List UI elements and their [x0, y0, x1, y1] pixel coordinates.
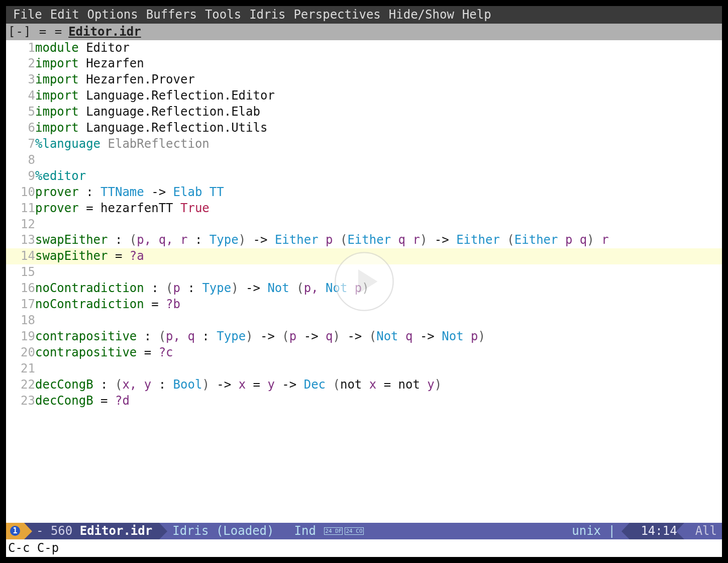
code-line[interactable]: 23decCongB = ?d: [6, 393, 722, 409]
file-status: - 560: [36, 523, 72, 539]
code-content[interactable]: swapEither : (p, q, r : Type) -> Either …: [35, 232, 722, 248]
modeline-spacer: [372, 523, 565, 539]
code-content[interactable]: import Language.Reflection.Editor: [35, 88, 722, 104]
code-line[interactable]: 6import Language.Reflection.Utils: [6, 120, 722, 136]
line-number: 8: [6, 152, 35, 168]
line-number: 9: [6, 168, 35, 184]
code-line[interactable]: 22decCongB : (x, y : Bool) -> x = y -> D…: [6, 377, 722, 393]
menu-options[interactable]: Options: [83, 7, 142, 23]
menu-help[interactable]: Help: [458, 7, 495, 23]
line-number: 1: [6, 40, 35, 56]
workspace-number-icon: 1: [10, 526, 20, 536]
code-content[interactable]: decCongB = ?d: [35, 393, 722, 409]
minibuffer[interactable]: C-c C-p: [6, 539, 722, 557]
menu-edit[interactable]: Edit: [46, 7, 83, 23]
code-content[interactable]: import Language.Reflection.Elab: [35, 104, 722, 120]
line-number: 19: [6, 329, 35, 345]
code-content[interactable]: module Editor: [35, 40, 722, 56]
code-content[interactable]: contrapositive = ?c: [35, 345, 722, 361]
code-content[interactable]: import Hezarfen: [35, 56, 722, 72]
line-number: 14: [6, 248, 35, 264]
code-content[interactable]: decCongB : (x, y : Bool) -> x = y -> Dec…: [35, 377, 722, 393]
code-line[interactable]: 16noContradiction : (p : Type) -> Not (p…: [6, 280, 722, 297]
code-line[interactable]: 8: [6, 152, 722, 168]
code-line[interactable]: 7%language ElabReflection: [6, 136, 722, 152]
code-editor[interactable]: 1module Editor2import Hezarfen3import He…: [6, 40, 722, 523]
code-line[interactable]: 20contrapositive = ?c: [6, 345, 722, 361]
box-glyph-icon: 24 DF: [324, 527, 343, 535]
mode-line: 1 - 560 Editor.idr Idris (Loaded) Ind 24…: [6, 523, 722, 539]
menu-file[interactable]: File: [9, 7, 46, 23]
box-glyph-icon: 24 CO: [345, 527, 363, 535]
line-number: 13: [6, 232, 35, 248]
line-number: 6: [6, 120, 35, 136]
menu-idris[interactable]: Idris: [245, 7, 289, 23]
code-content[interactable]: import Language.Reflection.Utils: [35, 120, 722, 136]
menu-perspectives[interactable]: Perspectives: [289, 7, 384, 23]
code-line[interactable]: 9%editor: [6, 168, 722, 184]
line-number: 18: [6, 313, 35, 329]
code-line[interactable]: 11prover = hezarfenTT True: [6, 201, 722, 217]
code-content[interactable]: [35, 217, 722, 233]
modeline-major-mode[interactable]: Idris (Loaded): [159, 523, 281, 539]
code-line[interactable]: 13swapEither : (p, q, r : Type) -> Eithe…: [6, 232, 722, 248]
code-content[interactable]: contrapositive : (p, q : Type) -> (p -> …: [35, 329, 722, 345]
code-line[interactable]: 5import Language.Reflection.Elab: [6, 104, 722, 120]
line-number: 7: [6, 136, 35, 152]
code-content[interactable]: noContradiction = ?b: [35, 297, 722, 313]
line-number: 11: [6, 201, 35, 217]
code-line[interactable]: 12: [6, 217, 722, 233]
code-line[interactable]: 3import Hezarfen.Prover: [6, 72, 722, 88]
modeline-workspace-badge[interactable]: 1: [6, 523, 24, 539]
modeline-file-segment[interactable]: - 560 Editor.idr: [24, 523, 159, 539]
line-number: 15: [6, 264, 35, 280]
line-number: 10: [6, 184, 35, 201]
code-line[interactable]: 21: [6, 361, 722, 377]
code-line[interactable]: 17noContradiction = ?b: [6, 297, 722, 313]
menu-tools[interactable]: Tools: [201, 7, 245, 23]
modeline-scroll[interactable]: All: [684, 523, 722, 539]
code-content[interactable]: prover : TTName -> Elab TT: [35, 184, 722, 201]
line-number: 22: [6, 377, 35, 393]
line-number: 17: [6, 297, 35, 313]
line-number: 3: [6, 72, 35, 88]
menu-buffers[interactable]: Buffers: [142, 7, 201, 23]
line-number: 12: [6, 217, 35, 233]
code-content[interactable]: import Hezarfen.Prover: [35, 72, 722, 88]
code-content[interactable]: [35, 152, 722, 168]
code-content[interactable]: noContradiction : (p : Type) -> Not (p, …: [35, 280, 722, 297]
code-line[interactable]: 14swapEither = ?a: [6, 248, 722, 264]
code-content[interactable]: %editor: [35, 168, 722, 184]
tab-filename[interactable]: Editor.idr: [68, 24, 141, 40]
menu-bar[interactable]: FileEditOptionsBuffersToolsIdrisPerspect…: [6, 6, 722, 24]
line-number: 23: [6, 393, 35, 409]
line-number: 20: [6, 345, 35, 361]
code-line[interactable]: 19contrapositive : (p, q : Type) -> (p -…: [6, 329, 722, 345]
modeline-encoding[interactable]: unix |: [565, 523, 630, 539]
code-content[interactable]: swapEither = ?a: [35, 248, 722, 264]
code-line[interactable]: 15: [6, 264, 722, 280]
code-line[interactable]: 18: [6, 313, 722, 329]
code-content[interactable]: [35, 264, 722, 280]
code-line[interactable]: 4import Language.Reflection.Editor: [6, 88, 722, 104]
code-content[interactable]: [35, 313, 722, 329]
code-line[interactable]: 10prover : TTName -> Elab TT: [6, 184, 722, 201]
modeline-minor-modes[interactable]: Ind 24 DF 24 CO: [281, 523, 372, 539]
line-number: 16: [6, 280, 35, 297]
line-number: 5: [6, 104, 35, 120]
minibuffer-text: C-c C-p: [8, 541, 59, 555]
code-line[interactable]: 2import Hezarfen: [6, 56, 722, 72]
line-number: 21: [6, 361, 35, 377]
tab-prefix: [-] = =: [8, 24, 62, 40]
code-content[interactable]: %language ElabReflection: [35, 136, 722, 152]
code-content[interactable]: prover = hezarfenTT True: [35, 201, 722, 217]
line-number: 2: [6, 56, 35, 72]
modeline-filename: Editor.idr: [80, 523, 153, 539]
code-line[interactable]: 1module Editor: [6, 40, 722, 56]
code-content[interactable]: [35, 361, 722, 377]
tab-bar[interactable]: [-] = = Editor.idr: [6, 24, 722, 40]
menu-hide-show[interactable]: Hide/Show: [385, 7, 458, 23]
line-number: 4: [6, 88, 35, 104]
